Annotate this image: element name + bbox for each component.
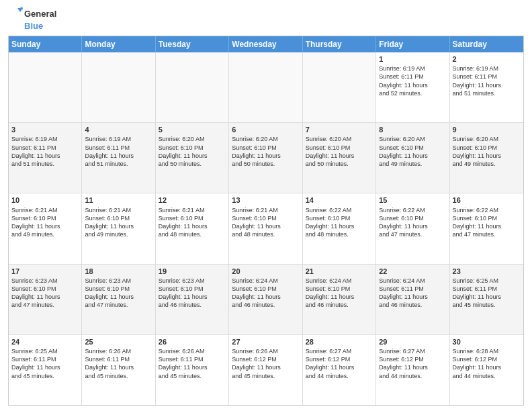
day-cell-24: 24Sunrise: 6:25 AM Sunset: 6:11 PM Dayli… [9, 335, 82, 405]
logo: General Blue [8, 7, 56, 32]
day-number-9: 9 [453, 125, 521, 134]
day-info-22: Sunrise: 6:24 AM Sunset: 6:11 PM Dayligh… [379, 277, 446, 310]
day-number-21: 21 [306, 267, 373, 276]
day-cell-7: 7Sunrise: 6:20 AM Sunset: 6:10 PM Daylig… [303, 123, 376, 193]
day-number-10: 10 [11, 195, 79, 205]
calendar-header-row: SundayMondayTuesdayWednesdayThursdayFrid… [9, 36, 523, 52]
day-info-28: Sunrise: 6:27 AM Sunset: 6:12 PM Dayligh… [306, 347, 373, 380]
day-info-30: Sunrise: 6:28 AM Sunset: 6:12 PM Dayligh… [453, 347, 521, 380]
day-cell-10: 10Sunrise: 6:21 AM Sunset: 6:10 PM Dayli… [9, 193, 82, 263]
day-cell-3: 3Sunrise: 6:19 AM Sunset: 6:11 PM Daylig… [9, 123, 82, 193]
day-number-29: 29 [379, 337, 446, 347]
day-number-6: 6 [232, 125, 299, 134]
day-info-8: Sunrise: 6:20 AM Sunset: 6:10 PM Dayligh… [379, 135, 446, 168]
day-number-25: 25 [85, 337, 152, 347]
day-info-14: Sunrise: 6:22 AM Sunset: 6:10 PM Dayligh… [306, 206, 373, 239]
day-cell-27: 27Sunrise: 6:26 AM Sunset: 6:12 PM Dayli… [229, 335, 302, 405]
day-cell-11: 11Sunrise: 6:21 AM Sunset: 6:10 PM Dayli… [82, 193, 155, 263]
day-number-18: 18 [85, 267, 152, 276]
empty-cell-0-2 [156, 52, 229, 122]
day-cell-21: 21Sunrise: 6:24 AM Sunset: 6:10 PM Dayli… [303, 265, 376, 334]
day-cell-28: 28Sunrise: 6:27 AM Sunset: 6:12 PM Dayli… [303, 335, 376, 405]
calendar-row-5: 24Sunrise: 6:25 AM Sunset: 6:11 PM Dayli… [9, 334, 523, 405]
calendar-body: 1Sunrise: 6:19 AM Sunset: 6:11 PM Daylig… [9, 52, 523, 405]
day-info-12: Sunrise: 6:21 AM Sunset: 6:10 PM Dayligh… [159, 206, 226, 239]
day-info-11: Sunrise: 6:21 AM Sunset: 6:10 PM Dayligh… [85, 206, 152, 239]
day-number-30: 30 [453, 337, 521, 347]
day-cell-5: 5Sunrise: 6:20 AM Sunset: 6:10 PM Daylig… [156, 123, 229, 193]
day-info-15: Sunrise: 6:22 AM Sunset: 6:10 PM Dayligh… [379, 206, 446, 239]
day-number-15: 15 [379, 195, 446, 205]
header-cell-saturday: Saturday [450, 36, 523, 52]
header-cell-monday: Monday [82, 36, 155, 52]
day-cell-19: 19Sunrise: 6:23 AM Sunset: 6:10 PM Dayli… [156, 265, 229, 334]
day-cell-22: 22Sunrise: 6:24 AM Sunset: 6:11 PM Dayli… [376, 265, 449, 334]
day-info-6: Sunrise: 6:20 AM Sunset: 6:10 PM Dayligh… [232, 135, 299, 168]
day-info-9: Sunrise: 6:20 AM Sunset: 6:10 PM Dayligh… [453, 135, 521, 168]
day-info-10: Sunrise: 6:21 AM Sunset: 6:10 PM Dayligh… [11, 206, 79, 239]
day-info-2: Sunrise: 6:19 AM Sunset: 6:11 PM Dayligh… [453, 64, 521, 97]
empty-cell-0-0 [9, 52, 82, 122]
day-info-17: Sunrise: 6:23 AM Sunset: 6:10 PM Dayligh… [11, 277, 79, 310]
day-cell-30: 30Sunrise: 6:28 AM Sunset: 6:12 PM Dayli… [450, 335, 523, 405]
calendar: SundayMondayTuesdayWednesdayThursdayFrid… [8, 36, 524, 406]
header: General Blue [8, 7, 524, 32]
day-number-7: 7 [306, 125, 373, 134]
day-info-1: Sunrise: 6:19 AM Sunset: 6:11 PM Dayligh… [379, 64, 446, 97]
day-number-8: 8 [379, 125, 446, 134]
day-info-25: Sunrise: 6:26 AM Sunset: 6:11 PM Dayligh… [85, 347, 152, 380]
calendar-row-2: 3Sunrise: 6:19 AM Sunset: 6:11 PM Daylig… [9, 122, 523, 193]
day-cell-23: 23Sunrise: 6:25 AM Sunset: 6:11 PM Dayli… [450, 265, 523, 334]
day-info-3: Sunrise: 6:19 AM Sunset: 6:11 PM Dayligh… [11, 135, 79, 168]
day-cell-18: 18Sunrise: 6:23 AM Sunset: 6:10 PM Dayli… [82, 265, 155, 334]
day-cell-4: 4Sunrise: 6:19 AM Sunset: 6:11 PM Daylig… [82, 123, 155, 193]
day-number-17: 17 [11, 267, 79, 276]
day-cell-8: 8Sunrise: 6:20 AM Sunset: 6:10 PM Daylig… [376, 123, 449, 193]
header-cell-thursday: Thursday [303, 36, 376, 52]
calendar-row-3: 10Sunrise: 6:21 AM Sunset: 6:10 PM Dayli… [9, 193, 523, 263]
calendar-row-4: 17Sunrise: 6:23 AM Sunset: 6:10 PM Dayli… [9, 264, 523, 334]
header-cell-tuesday: Tuesday [156, 36, 229, 52]
day-cell-16: 16Sunrise: 6:22 AM Sunset: 6:10 PM Dayli… [450, 193, 523, 263]
empty-cell-0-1 [82, 52, 155, 122]
day-number-1: 1 [379, 54, 446, 64]
day-number-12: 12 [159, 195, 226, 205]
day-cell-26: 26Sunrise: 6:26 AM Sunset: 6:11 PM Dayli… [156, 335, 229, 405]
day-number-24: 24 [11, 337, 79, 347]
day-info-16: Sunrise: 6:22 AM Sunset: 6:10 PM Dayligh… [453, 206, 521, 239]
day-number-16: 16 [453, 195, 521, 205]
day-info-18: Sunrise: 6:23 AM Sunset: 6:10 PM Dayligh… [85, 277, 152, 310]
day-info-21: Sunrise: 6:24 AM Sunset: 6:10 PM Dayligh… [306, 277, 373, 310]
day-number-22: 22 [379, 267, 446, 276]
header-cell-sunday: Sunday [9, 36, 82, 52]
day-number-19: 19 [159, 267, 226, 276]
logo-general: General [24, 9, 56, 19]
day-cell-25: 25Sunrise: 6:26 AM Sunset: 6:11 PM Dayli… [82, 335, 155, 405]
day-number-27: 27 [232, 337, 299, 347]
day-cell-14: 14Sunrise: 6:22 AM Sunset: 6:10 PM Dayli… [303, 193, 376, 263]
day-info-23: Sunrise: 6:25 AM Sunset: 6:11 PM Dayligh… [453, 277, 521, 310]
day-number-14: 14 [306, 195, 373, 205]
day-info-7: Sunrise: 6:20 AM Sunset: 6:10 PM Dayligh… [306, 135, 373, 168]
logo-blue: Blue [24, 21, 43, 32]
day-number-5: 5 [159, 125, 226, 134]
day-number-28: 28 [306, 337, 373, 347]
day-number-11: 11 [85, 195, 152, 205]
day-cell-9: 9Sunrise: 6:20 AM Sunset: 6:10 PM Daylig… [450, 123, 523, 193]
day-info-20: Sunrise: 6:24 AM Sunset: 6:10 PM Dayligh… [232, 277, 299, 310]
day-info-5: Sunrise: 6:20 AM Sunset: 6:10 PM Dayligh… [159, 135, 226, 168]
day-number-26: 26 [159, 337, 226, 347]
day-info-19: Sunrise: 6:23 AM Sunset: 6:10 PM Dayligh… [159, 277, 226, 310]
page: General Blue SundayMondayTuesdayWednesda… [0, 0, 532, 411]
day-info-27: Sunrise: 6:26 AM Sunset: 6:12 PM Dayligh… [232, 347, 299, 380]
day-cell-12: 12Sunrise: 6:21 AM Sunset: 6:10 PM Dayli… [156, 193, 229, 263]
calendar-row-1: 1Sunrise: 6:19 AM Sunset: 6:11 PM Daylig… [9, 52, 523, 122]
day-info-26: Sunrise: 6:26 AM Sunset: 6:11 PM Dayligh… [159, 347, 226, 380]
day-info-24: Sunrise: 6:25 AM Sunset: 6:11 PM Dayligh… [11, 347, 79, 380]
day-number-20: 20 [232, 267, 299, 276]
day-number-3: 3 [11, 125, 79, 134]
day-cell-17: 17Sunrise: 6:23 AM Sunset: 6:10 PM Dayli… [9, 265, 82, 334]
logo-icon [8, 7, 23, 21]
day-number-13: 13 [232, 195, 299, 205]
day-number-23: 23 [453, 267, 521, 276]
